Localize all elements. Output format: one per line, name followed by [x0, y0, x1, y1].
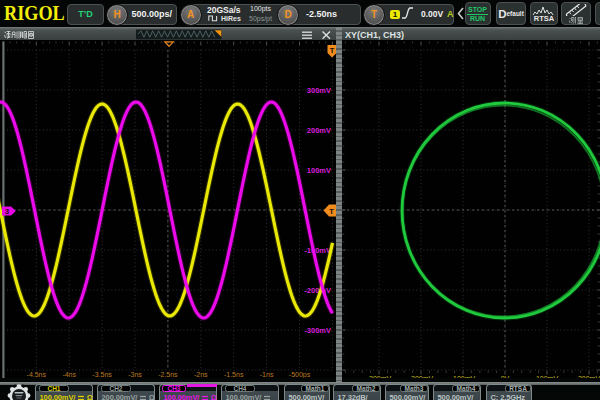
svg-text:-100mV: -100mV: [304, 246, 331, 255]
svg-text:-3ns: -3ns: [128, 371, 142, 378]
svg-text:3: 3: [5, 207, 9, 216]
svg-text:-300mV: -300mV: [304, 326, 331, 335]
svg-text:300mV: 300mV: [307, 86, 331, 95]
svg-text:100mV: 100mV: [307, 166, 331, 175]
svg-text:-2ns: -2ns: [194, 371, 208, 378]
svg-text:200mV: 200mV: [307, 126, 331, 135]
svg-text:-2.5ns: -2.5ns: [158, 371, 178, 378]
svg-text:T: T: [329, 207, 334, 216]
svg-text:-1ns: -1ns: [260, 371, 274, 378]
svg-text:-4ns: -4ns: [62, 371, 76, 378]
svg-text:T: T: [330, 46, 335, 55]
svg-text:-3.5ns: -3.5ns: [92, 371, 112, 378]
svg-text:-1.5ns: -1.5ns: [224, 371, 244, 378]
svg-text:-4.5ns: -4.5ns: [27, 371, 47, 378]
